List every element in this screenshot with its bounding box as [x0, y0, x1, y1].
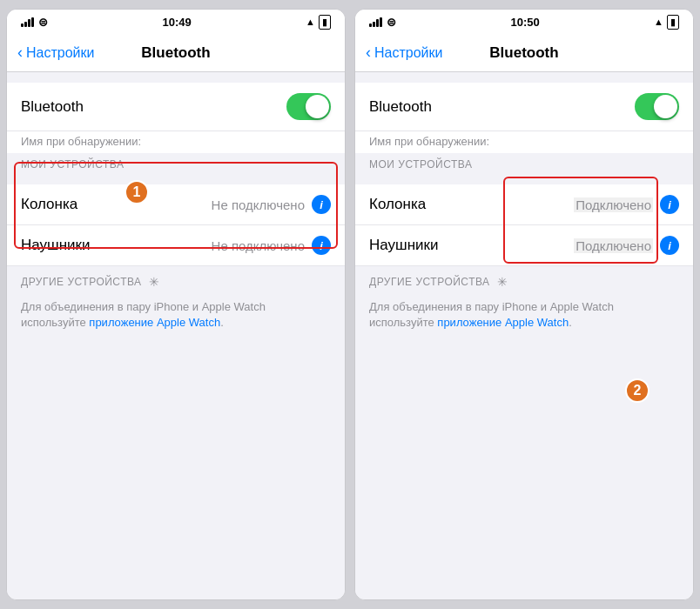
nav-bar-1: ‹ Настройки Bluetooth: [7, 34, 345, 72]
other-devices-header-2: ДРУГИЕ УСТРОЙСТВА: [369, 276, 490, 288]
back-button-1[interactable]: ‹ Настройки: [17, 44, 94, 62]
device-name-naushniki-1: Наушники: [21, 237, 91, 254]
info-text-1: Для объединения в пару iPhone и Apple Wa…: [7, 292, 345, 338]
device-status-text-naushniki-1: Не подключено: [212, 238, 305, 253]
phone-screen-1: ⊜ 10:49 ▲ ▮ ‹ Настройки Bluetooth Blueto…: [6, 9, 346, 600]
content-2: Bluetooth Имя при обнаружении: МОИ УСТРО…: [355, 72, 693, 599]
bluetooth-toggle-2[interactable]: [635, 93, 679, 120]
battery-icon-2: ▮: [667, 15, 679, 30]
signal-icon: [21, 17, 34, 27]
info-link-2[interactable]: приложение Apple Watch: [437, 316, 569, 329]
bluetooth-row-2: Bluetooth: [355, 83, 693, 131]
nav-title-2: Bluetooth: [489, 44, 558, 62]
bluetooth-label-2: Bluetooth: [369, 98, 432, 116]
my-devices-header-2: МОИ УСТРОЙСТВА: [355, 153, 693, 174]
other-devices-row-2: ДРУГИЕ УСТРОЙСТВА ✳: [369, 275, 679, 289]
phone-screen-2: ⊜ 10:50 ▲ ▮ ‹ Настройки Bluetooth Blueto…: [354, 9, 694, 600]
badge-2: 2: [625, 378, 650, 403]
device-status-text-naushniki-2: Подключено: [574, 238, 653, 253]
device-row-naushniki-1[interactable]: Наушники Не подключено i: [7, 225, 345, 266]
my-devices-section-1: Колонка Не подключено i Наушники Не подк…: [7, 184, 345, 266]
status-bar-2: ⊜ 10:50 ▲ ▮: [355, 10, 693, 34]
location-icon: ▲: [306, 17, 315, 27]
discovery-label-1: Имя при обнаружении:: [7, 131, 345, 153]
info-icon-kolonka-2[interactable]: i: [660, 195, 679, 214]
wifi-icon: ⊜: [38, 16, 48, 29]
info-icon-naushniki-1[interactable]: i: [312, 236, 331, 255]
back-button-2[interactable]: ‹ Настройки: [366, 44, 442, 62]
discovery-label-2: Имя при обнаружении:: [355, 131, 693, 153]
bluetooth-toggle-1[interactable]: [286, 93, 331, 120]
info-text-end-2: .: [569, 316, 572, 329]
info-icon-naushniki-2[interactable]: i: [660, 236, 679, 255]
info-text-2: Для объединения в пару iPhone и Apple Wa…: [355, 292, 693, 338]
device-row-kolonka-1[interactable]: Колонка Не подключено i: [7, 184, 345, 225]
nav-bar-2: ‹ Настройки Bluetooth: [355, 34, 693, 72]
device-status-kolonka-2: Подключено i: [574, 195, 679, 214]
bluetooth-label-1: Bluetooth: [21, 98, 84, 116]
other-devices-container-1: ДРУГИЕ УСТРОЙСТВА ✳: [7, 266, 345, 292]
device-status-text-kolonka-1: Не подключено: [212, 197, 305, 212]
device-name-kolonka-1: Колонка: [21, 196, 77, 213]
info-icon-kolonka-1[interactable]: i: [312, 195, 331, 214]
bluetooth-section-1: Bluetooth Имя при обнаружении:: [7, 83, 345, 153]
device-status-text-kolonka-2: Подключено: [574, 197, 653, 212]
location-icon-2: ▲: [654, 17, 663, 27]
device-row-naushniki-2[interactable]: Наушники Подключено i: [355, 225, 693, 266]
device-status-kolonka-1: Не подключено i: [212, 195, 331, 214]
device-status-naushniki-1: Не подключено i: [212, 236, 331, 255]
battery-icon: ▮: [319, 15, 331, 30]
bluetooth-row-1: Bluetooth: [7, 83, 345, 131]
status-time-2: 10:50: [510, 16, 539, 29]
wifi-icon-2: ⊜: [387, 16, 396, 29]
bluetooth-section-2: Bluetooth Имя при обнаружении:: [355, 83, 693, 153]
status-right-2: ▲ ▮: [654, 15, 679, 30]
device-name-kolonka-2: Колонка: [369, 196, 426, 213]
toggle-knob-2: [654, 95, 677, 118]
device-status-naushniki-2: Подключено i: [574, 236, 679, 255]
status-left-1: ⊜: [21, 16, 48, 29]
device-row-kolonka-2[interactable]: Колонка Подключено i: [355, 184, 693, 225]
my-devices-section-2: Колонка Подключено i Наушники Подключено…: [355, 184, 693, 266]
toggle-knob-1: [306, 95, 329, 118]
spinner-icon-2: ✳: [497, 275, 508, 289]
other-devices-container-2: ДРУГИЕ УСТРОЙСТВА ✳: [355, 266, 693, 292]
info-link-1[interactable]: приложение Apple Watch: [89, 316, 220, 329]
content-1: Bluetooth Имя при обнаружении: МОИ УСТРО…: [7, 72, 345, 599]
info-text-end-1: .: [220, 316, 224, 329]
other-devices-row-1: ДРУГИЕ УСТРОЙСТВА ✳: [21, 275, 331, 289]
signal-icon-2: [369, 17, 382, 27]
nav-title-1: Bluetooth: [141, 44, 210, 62]
device-name-naushniki-2: Наушники: [369, 237, 439, 254]
status-time-1: 10:49: [162, 16, 191, 29]
other-devices-header-1: ДРУГИЕ УСТРОЙСТВА: [21, 276, 142, 288]
my-devices-header-1: МОИ УСТРОЙСТВА: [7, 153, 345, 174]
status-right-1: ▲ ▮: [306, 15, 331, 30]
status-left-2: ⊜: [369, 16, 396, 29]
spinner-icon-1: ✳: [149, 275, 159, 289]
badge-1: 1: [125, 180, 149, 204]
status-bar-1: ⊜ 10:49 ▲ ▮: [7, 10, 345, 34]
